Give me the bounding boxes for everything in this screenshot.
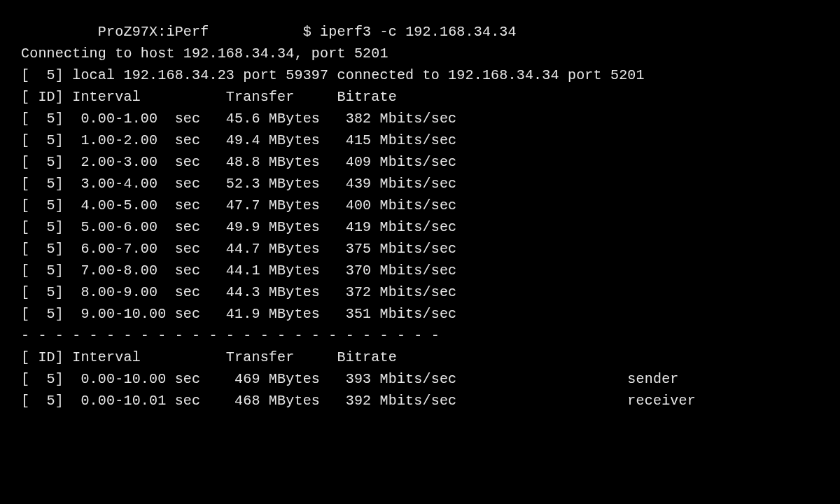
interval-row: [ 5] 3.00-4.00 sec 52.3 MBytes 439 Mbits… <box>21 173 819 195</box>
header-row: [ ID] Interval Transfer Bitrate <box>21 86 819 108</box>
interval-rows: [ 5] 0.00-1.00 sec 45.6 MBytes 382 Mbits… <box>21 108 819 325</box>
connecting-line: Connecting to host 192.168.34.34, port 5… <box>21 43 819 64</box>
interval-row: [ 5] 1.00-2.00 sec 49.4 MBytes 415 Mbits… <box>21 130 819 151</box>
interval-row: [ 5] 2.00-3.00 sec 48.8 MBytes 409 Mbits… <box>21 151 819 173</box>
separator: - - - - - - - - - - - - - - - - - - - - … <box>21 325 819 346</box>
prompt-symbol: $ <box>303 24 312 40</box>
interval-row: [ 5] 5.00-6.00 sec 49.9 MBytes 419 Mbits… <box>21 216 819 238</box>
prompt-host: ProZ97X:iPerf <box>98 24 209 40</box>
interval-row: [ 5] 7.00-8.00 sec 44.1 MBytes 370 Mbits… <box>21 260 819 281</box>
summary-rows: [ 5] 0.00-10.00 sec 469 MBytes 393 Mbits… <box>21 368 819 412</box>
local-line: [ 5] local 192.168.34.23 port 59397 conn… <box>21 64 819 86</box>
interval-row: [ 5] 4.00-5.00 sec 47.7 MBytes 400 Mbits… <box>21 195 819 216</box>
interval-row: [ 5] 0.00-1.00 sec 45.6 MBytes 382 Mbits… <box>21 108 819 130</box>
summary-header-row: [ ID] Interval Transfer Bitrate <box>21 346 819 368</box>
summary-row: [ 5] 0.00-10.00 sec 469 MBytes 393 Mbits… <box>21 368 819 390</box>
prompt-command: iperf3 -c 192.168.34.34 <box>320 24 517 40</box>
prompt-pad2 <box>209 24 302 40</box>
summary-row: [ 5] 0.00-10.01 sec 468 MBytes 392 Mbits… <box>21 390 819 412</box>
interval-row: [ 5] 8.00-9.00 sec 44.3 MBytes 372 Mbits… <box>21 281 819 303</box>
interval-row: [ 5] 6.00-7.00 sec 44.7 MBytes 375 Mbits… <box>21 238 819 260</box>
prompt-pad1 <box>21 24 98 40</box>
prompt-line[interactable]: ProZ97X:iPerf $ iperf3 -c 192.168.34.34 <box>21 21 819 43</box>
interval-row: [ 5] 9.00-10.00 sec 41.9 MBytes 351 Mbit… <box>21 303 819 325</box>
